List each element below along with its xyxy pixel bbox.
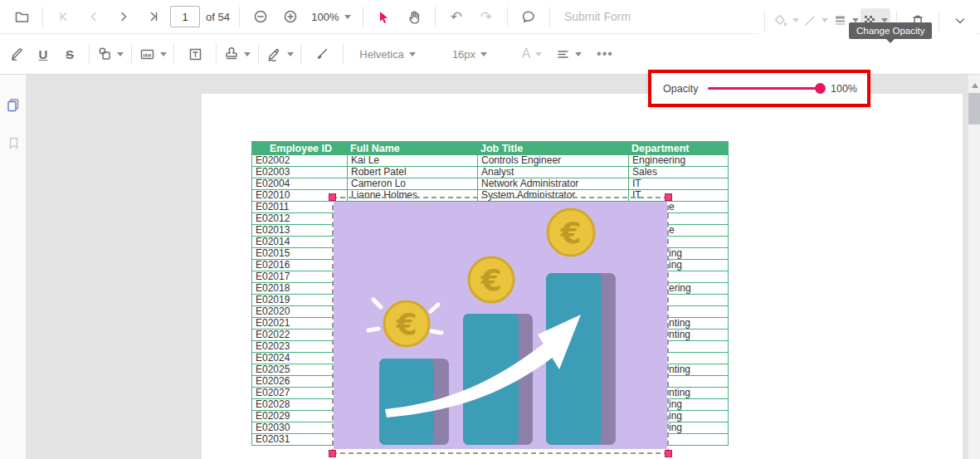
hand-icon [406, 9, 422, 25]
chevron-down-icon [792, 18, 799, 22]
underline-icon: U [39, 47, 48, 61]
divider [89, 44, 90, 64]
insert-image-dropdown[interactable] [138, 42, 168, 66]
table-row: E02003Robert PatelAnalystSales [252, 167, 729, 178]
freehand-draw-button[interactable] [307, 42, 337, 66]
cursor-icon [377, 10, 391, 24]
font-size-dropdown[interactable]: 16px [444, 42, 495, 66]
select-tool-button[interactable] [369, 4, 399, 29]
table-cell: Kai Le [348, 155, 478, 167]
opacity-slider-thumb[interactable] [815, 83, 826, 94]
next-page-button[interactable] [109, 4, 139, 29]
zoom-out-button[interactable] [246, 4, 275, 29]
open-file-button[interactable] [7, 4, 37, 29]
zoom-level-value: 100% [311, 11, 339, 23]
pdf-editor-app: of 54 100% ↶ ↷ Submit Form [0, 0, 980, 459]
redo-button[interactable]: ↷ [471, 4, 501, 29]
pdf-page[interactable]: Employee IDFull NameJob TitleDepartment … [202, 94, 963, 459]
submit-form-label: Submit Form [564, 10, 631, 23]
resize-handle-bottom-right[interactable] [665, 450, 672, 457]
format-toolbar: U S [0, 34, 980, 75]
comment-button[interactable] [514, 4, 544, 29]
table-cell: E02004 [252, 178, 348, 190]
chevron-down-icon [575, 52, 582, 56]
chevron-down-icon [287, 52, 294, 56]
chevron-down-icon [953, 14, 967, 27]
resize-handle-top-left[interactable] [329, 193, 336, 201]
text-box-icon [188, 46, 203, 62]
strikethrough-icon: S [66, 47, 74, 61]
resize-handle-top-right[interactable] [665, 193, 672, 201]
vertical-scrollbar[interactable] [968, 75, 980, 459]
thickness-icon [833, 13, 847, 27]
table-cell: E02003 [252, 167, 348, 178]
underline-button[interactable]: U [30, 42, 56, 66]
table-cell: Engineering [629, 155, 729, 167]
prev-page-button[interactable] [79, 4, 109, 29]
strikethrough-button[interactable]: S [56, 42, 83, 66]
font-size-value: 16px [452, 48, 475, 61]
collapse-toolbar-button[interactable] [945, 8, 975, 33]
chevron-left-icon [87, 10, 100, 23]
table-cell: Network Administrator [478, 178, 629, 190]
table-cell: E02002 [252, 155, 348, 167]
highlight-pen-button[interactable] [3, 42, 30, 66]
fill-color-dropdown[interactable] [771, 8, 801, 33]
divider [173, 44, 174, 64]
last-page-button[interactable] [139, 4, 168, 29]
shapes-dropdown[interactable] [95, 42, 125, 66]
chevron-down-icon [160, 52, 167, 56]
scroll-up-arrow-icon[interactable] [972, 83, 978, 88]
resize-handle-bottom-left[interactable] [329, 450, 336, 457]
column-header: Full Name [348, 142, 478, 155]
divider [239, 7, 240, 27]
inserted-image-overlay[interactable]: € € € [332, 197, 669, 454]
page-thumbnails-button[interactable] [0, 91, 27, 118]
undo-icon: ↶ [451, 10, 462, 24]
opacity-panel: Opacity 100% [648, 70, 870, 107]
chevron-down-icon [409, 52, 416, 56]
divider [435, 7, 436, 27]
stroke-color-dropdown[interactable] [801, 8, 831, 33]
font-family-dropdown[interactable]: Helvetica [349, 42, 426, 66]
zoom-out-icon [253, 9, 268, 24]
left-sidebar [0, 75, 27, 459]
table-row: E02004Cameron LoNetwork AdministratorIT [252, 178, 729, 190]
first-page-button[interactable] [49, 4, 79, 29]
pencil-icon [9, 46, 24, 61]
zoom-in-button[interactable] [275, 4, 305, 29]
zoom-level-dropdown[interactable]: 100% [305, 4, 357, 29]
workspace: Employee IDFull NameJob TitleDepartment … [0, 75, 980, 459]
chevron-down-icon [480, 52, 487, 56]
bookmarks-button[interactable] [0, 129, 27, 156]
scrollbar-thumb[interactable] [968, 93, 980, 125]
paint-bucket-icon [773, 13, 787, 28]
pages-icon [6, 97, 21, 112]
page-number-input[interactable] [170, 6, 200, 27]
divider [549, 7, 550, 27]
chevron-down-icon [344, 15, 351, 19]
hand-tool-button[interactable] [399, 4, 429, 29]
font-color-dropdown[interactable]: A [517, 42, 547, 66]
speech-bubble-icon [520, 9, 536, 25]
table-cell: Robert Patel [348, 167, 478, 178]
opacity-slider[interactable] [708, 87, 821, 90]
column-header: Employee ID [252, 142, 348, 155]
text-box-button[interactable] [180, 42, 210, 66]
first-page-icon [57, 10, 71, 23]
stamp-dropdown[interactable] [222, 42, 252, 66]
undo-button[interactable]: ↶ [441, 4, 471, 29]
more-options-button[interactable]: ••• [590, 42, 620, 66]
divider [363, 7, 363, 27]
signature-dropdown[interactable] [265, 42, 295, 66]
chevron-down-icon [822, 18, 828, 22]
last-page-icon [147, 10, 160, 23]
table-cell: Cameron Lo [348, 178, 478, 190]
divider [258, 44, 259, 64]
table-row: E02002Kai LeControls EngineerEngineering [252, 155, 729, 167]
stamp-icon [224, 46, 239, 61]
column-header: Job Title [478, 142, 629, 155]
text-align-dropdown[interactable] [553, 42, 583, 66]
divider [131, 44, 132, 64]
align-lines-icon [556, 47, 570, 61]
